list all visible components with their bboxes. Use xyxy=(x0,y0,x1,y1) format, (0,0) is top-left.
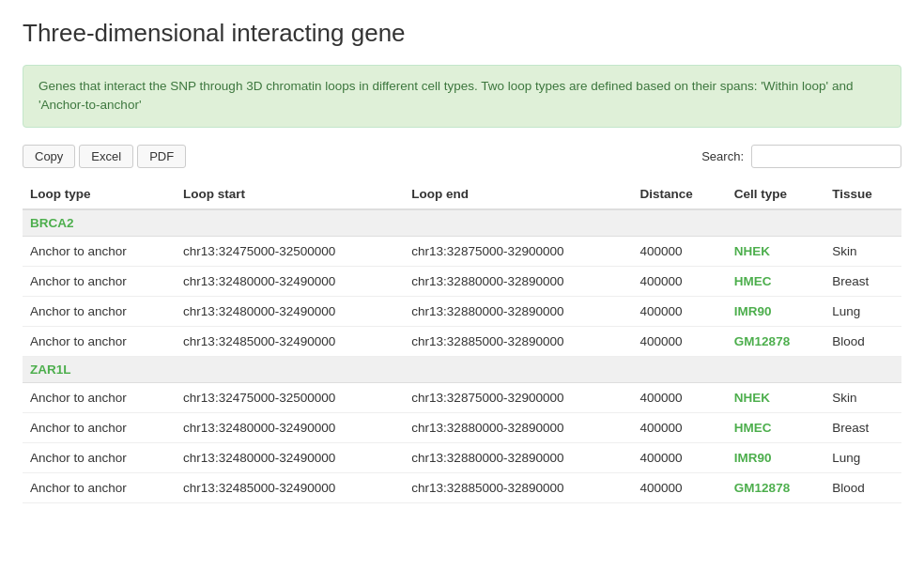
table-header: Loop type Loop start Loop end Distance C… xyxy=(23,179,901,209)
cell-distance: 400000 xyxy=(633,236,727,266)
gene-header-row: ZAR1L xyxy=(23,356,901,382)
cell-type-link[interactable]: HMEC xyxy=(734,421,772,435)
cell-loop-type: Anchor to anchor xyxy=(23,412,176,442)
cell-loop-start: chr13:32480000-32490000 xyxy=(176,266,404,296)
cell-tissue: Skin xyxy=(824,236,901,266)
table-body: BRCA2Anchor to anchorchr13:32475000-3250… xyxy=(23,209,901,503)
cell-cell-type[interactable]: IMR90 xyxy=(727,296,824,326)
cell-cell-type[interactable]: GM12878 xyxy=(727,326,824,356)
cell-loop-start: chr13:32475000-32500000 xyxy=(176,236,404,266)
cell-loop-end: chr13:32875000-32900000 xyxy=(404,382,632,412)
table-row: Anchor to anchorchr13:32485000-32490000c… xyxy=(23,326,901,356)
gene-name: BRCA2 xyxy=(23,209,901,237)
cell-loop-type: Anchor to anchor xyxy=(23,236,176,266)
cell-loop-type: Anchor to anchor xyxy=(23,472,176,502)
table-row: Anchor to anchorchr13:32485000-32490000c… xyxy=(23,472,901,502)
cell-distance: 400000 xyxy=(633,266,727,296)
pdf-button[interactable]: PDF xyxy=(137,145,186,168)
table-row: Anchor to anchorchr13:32480000-32490000c… xyxy=(23,266,901,296)
cell-tissue: Breast xyxy=(824,266,901,296)
cell-loop-type: Anchor to anchor xyxy=(23,266,176,296)
cell-loop-end: chr13:32880000-32890000 xyxy=(404,442,632,472)
cell-type-link[interactable]: IMR90 xyxy=(734,451,772,465)
cell-cell-type[interactable]: GM12878 xyxy=(727,472,824,502)
cell-loop-end: chr13:32880000-32890000 xyxy=(404,412,632,442)
table-row: Anchor to anchorchr13:32475000-32500000c… xyxy=(23,236,901,266)
cell-type-link[interactable]: GM12878 xyxy=(734,481,790,495)
cell-type-link[interactable]: NHEK xyxy=(734,244,770,258)
cell-loop-end: chr13:32885000-32890000 xyxy=(404,472,632,502)
cell-loop-start: chr13:32485000-32490000 xyxy=(176,472,404,502)
cell-cell-type[interactable]: IMR90 xyxy=(727,442,824,472)
cell-loop-end: chr13:32875000-32900000 xyxy=(404,236,632,266)
table-row: Anchor to anchorchr13:32475000-32500000c… xyxy=(23,382,901,412)
copy-button[interactable]: Copy xyxy=(23,145,75,168)
cell-tissue: Blood xyxy=(824,472,901,502)
data-table: Loop type Loop start Loop end Distance C… xyxy=(23,179,901,503)
cell-cell-type[interactable]: NHEK xyxy=(727,236,824,266)
search-area: Search: xyxy=(701,145,901,168)
cell-loop-type: Anchor to anchor xyxy=(23,382,176,412)
cell-loop-type: Anchor to anchor xyxy=(23,296,176,326)
cell-tissue: Skin xyxy=(824,382,901,412)
excel-button[interactable]: Excel xyxy=(79,145,133,168)
cell-distance: 400000 xyxy=(633,412,727,442)
page-title: Three-dimensional interacting gene xyxy=(23,19,901,48)
cell-type-link[interactable]: NHEK xyxy=(734,391,770,405)
col-loop-end: Loop end xyxy=(404,179,632,209)
toolbar-buttons: Copy Excel PDF xyxy=(23,145,186,168)
cell-loop-start: chr13:32480000-32490000 xyxy=(176,296,404,326)
cell-tissue: Breast xyxy=(824,412,901,442)
cell-cell-type[interactable]: HMEC xyxy=(727,412,824,442)
table-row: Anchor to anchorchr13:32480000-32490000c… xyxy=(23,412,901,442)
cell-type-link[interactable]: IMR90 xyxy=(734,304,772,318)
cell-type-link[interactable]: GM12878 xyxy=(734,334,790,348)
col-cell-type: Cell type xyxy=(727,179,824,209)
col-tissue: Tissue xyxy=(824,179,901,209)
search-input[interactable] xyxy=(751,145,901,168)
table-row: Anchor to anchorchr13:32480000-32490000c… xyxy=(23,296,901,326)
gene-name: ZAR1L xyxy=(23,356,901,382)
cell-tissue: Blood xyxy=(824,326,901,356)
col-distance: Distance xyxy=(633,179,727,209)
cell-tissue: Lung xyxy=(824,442,901,472)
table-row: Anchor to anchorchr13:32480000-32490000c… xyxy=(23,442,901,472)
col-loop-type: Loop type xyxy=(23,179,176,209)
cell-distance: 400000 xyxy=(633,326,727,356)
search-label: Search: xyxy=(701,149,744,163)
cell-loop-start: chr13:32480000-32490000 xyxy=(176,442,404,472)
cell-tissue: Lung xyxy=(824,296,901,326)
gene-header-row: BRCA2 xyxy=(23,209,901,237)
cell-distance: 400000 xyxy=(633,472,727,502)
cell-loop-end: chr13:32880000-32890000 xyxy=(404,296,632,326)
cell-distance: 400000 xyxy=(633,442,727,472)
cell-loop-start: chr13:32485000-32490000 xyxy=(176,326,404,356)
cell-loop-end: chr13:32880000-32890000 xyxy=(404,266,632,296)
toolbar: Copy Excel PDF Search: xyxy=(23,145,901,168)
cell-loop-type: Anchor to anchor xyxy=(23,326,176,356)
cell-cell-type[interactable]: HMEC xyxy=(727,266,824,296)
cell-type-link[interactable]: HMEC xyxy=(734,274,772,288)
cell-cell-type[interactable]: NHEK xyxy=(727,382,824,412)
cell-distance: 400000 xyxy=(633,382,727,412)
col-loop-start: Loop start xyxy=(176,179,404,209)
cell-loop-start: chr13:32475000-32500000 xyxy=(176,382,404,412)
cell-loop-type: Anchor to anchor xyxy=(23,442,176,472)
cell-loop-end: chr13:32885000-32890000 xyxy=(404,326,632,356)
cell-distance: 400000 xyxy=(633,296,727,326)
cell-loop-start: chr13:32480000-32490000 xyxy=(176,412,404,442)
info-box: Genes that interact the SNP through 3D c… xyxy=(23,65,901,128)
